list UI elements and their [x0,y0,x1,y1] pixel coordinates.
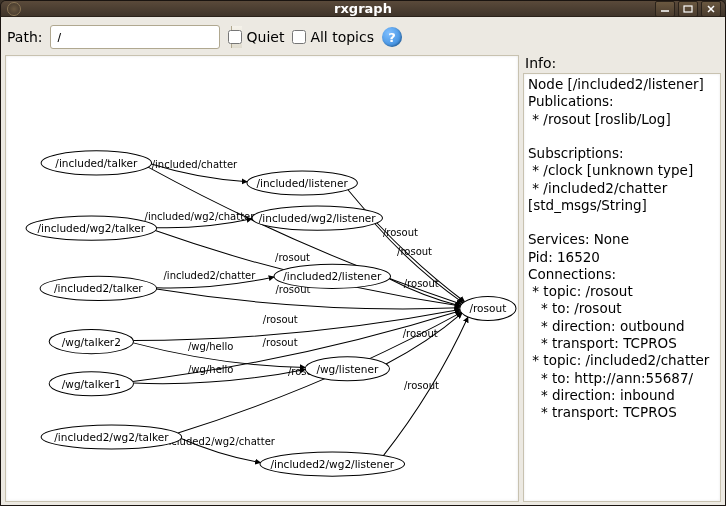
svg-text:/included/talker: /included/talker [55,157,138,169]
svg-text:/rosout: /rosout [383,227,418,238]
window-title: rxgraph [334,1,392,16]
titlebar[interactable]: rxgraph [1,1,725,17]
maximize-button[interactable] [678,1,698,17]
graph-svg: /included/chatter/rosout/rosout/included… [6,56,518,501]
svg-text:/included2/listener: /included2/listener [283,270,382,282]
graph-node[interactable]: /included/talker [41,151,151,175]
svg-text:/included/wg2/listener: /included/wg2/listener [259,212,377,224]
app-window: rxgraph Path: Quiet All topics [0,0,726,506]
svg-text:/included/wg2/chatter: /included/wg2/chatter [145,211,256,222]
svg-text:/included/wg2/talker: /included/wg2/talker [38,222,146,234]
svg-text:/included2/talker: /included2/talker [54,282,143,294]
quiet-checkbox[interactable] [228,30,242,44]
graph-node[interactable]: /included2/listener [274,264,390,288]
svg-text:/rosout: /rosout [263,314,298,325]
minimize-button[interactable] [655,1,675,17]
info-text[interactable]: Node [/included2/listener] Publications:… [523,73,721,502]
graph-node[interactable]: /included2/talker [40,276,156,300]
graph-node[interactable]: /included/wg2/talker [26,216,157,240]
graph-node[interactable]: /wg/talker1 [49,372,133,396]
alltopics-checkbox-wrap[interactable]: All topics [292,29,374,45]
svg-text:/rosout: /rosout [275,252,310,263]
svg-text:/included2/chatter: /included2/chatter [163,270,256,281]
graph-node[interactable]: /included2/wg2/talker [41,425,182,449]
svg-text:/rosout: /rosout [397,246,432,257]
toolbar: Path: Quiet All topics ? [5,21,721,51]
svg-rect-1 [684,6,692,12]
help-icon[interactable]: ? [382,27,402,47]
content-area: Path: Quiet All topics ? [1,17,725,506]
alltopics-label: All topics [310,29,374,45]
path-label: Path: [7,29,42,45]
graph-node[interactable]: /wg/talker2 [49,330,133,354]
svg-text:/included/listener: /included/listener [256,177,348,189]
graph-edge: /included/wg2/chatter [145,211,256,228]
close-button[interactable] [701,1,721,17]
svg-text:/rosout: /rosout [263,337,298,348]
window-controls [655,1,721,17]
info-label: Info: [523,55,721,73]
svg-text:/included/chatter: /included/chatter [152,159,238,170]
svg-text:/rosout: /rosout [404,380,439,391]
graph-edge: /included2/chatter [157,270,275,288]
graph-node[interactable]: /included2/wg2/listener [260,452,405,476]
svg-text:/included2/wg2/listener: /included2/wg2/listener [270,458,394,470]
graph-node[interactable]: /included/listener [247,171,357,195]
path-combobox[interactable] [50,25,220,49]
svg-text:/rosout: /rosout [469,302,506,314]
svg-text:/rosout: /rosout [404,278,439,289]
svg-text:/wg/hello: /wg/hello [188,341,234,352]
graph-pane[interactable]: /included/chatter/rosout/rosout/included… [5,55,519,502]
svg-text:/wg/talker2: /wg/talker2 [62,336,121,348]
quiet-checkbox-wrap[interactable]: Quiet [228,29,284,45]
graph-node[interactable]: /wg/listener [305,357,389,381]
quiet-label: Quiet [246,29,284,45]
app-icon [7,2,21,16]
svg-text:/wg/talker1: /wg/talker1 [62,378,121,390]
svg-text:/included2/wg2/talker: /included2/wg2/talker [54,431,169,443]
graph-edge: /included/chatter [151,159,247,182]
path-input[interactable] [51,26,231,48]
svg-text:/wg/listener: /wg/listener [316,363,378,375]
alltopics-checkbox[interactable] [292,30,306,44]
main-row: /included/chatter/rosout/rosout/included… [5,55,721,502]
graph-node[interactable]: /included/wg2/listener [252,206,383,230]
graph-node[interactable]: /rosout [460,296,516,320]
info-panel: Info: Node [/included2/listener] Publica… [523,55,721,502]
graph-edge: /rosout [386,313,462,364]
